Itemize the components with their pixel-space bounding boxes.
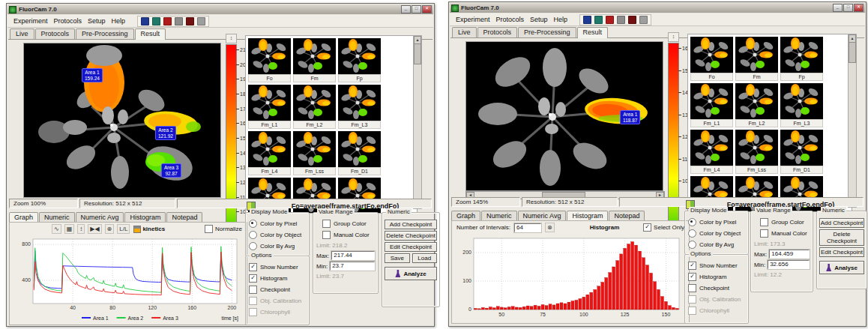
save-button[interactable]: Save (385, 253, 409, 263)
frame-thumbnail[interactable]: Fm_L2 (293, 85, 336, 129)
scale-settings-icon[interactable]: ↕ (668, 32, 679, 42)
table-icon[interactable]: ▦ (64, 224, 75, 234)
frame-thumbnail[interactable]: Fm_L3 (338, 85, 381, 129)
maximize-button[interactable]: □ (843, 4, 853, 12)
menu-experiment[interactable]: Experiment (453, 15, 493, 24)
intervals-input[interactable]: 64 (514, 223, 541, 232)
fit-vertical-icon[interactable]: ↕ (77, 224, 85, 234)
checkbox-histogram[interactable]: Histogram (685, 271, 748, 283)
result-tab-histogram[interactable]: Histogram (567, 211, 608, 221)
menu-help[interactable]: Help (109, 16, 129, 25)
menu-setup[interactable]: Setup (85, 16, 109, 25)
fluorescence-image[interactable] (23, 43, 221, 198)
close-button[interactable]: ✕ (854, 4, 864, 12)
toolbar-icon-4[interactable] (617, 16, 625, 24)
area-badge[interactable]: Area 392.87 (161, 163, 181, 178)
frame-thumbnail[interactable]: Fp (338, 38, 381, 82)
select-only-checkbox[interactable]: Select Only (643, 223, 684, 232)
add-checkpoint-button[interactable]: Add Checkpoint (385, 220, 437, 229)
toolbar-icon-6[interactable] (197, 17, 205, 25)
frame-thumbnail[interactable]: Fm_L2 (735, 83, 778, 127)
edit-checkpoint-button[interactable]: Edit Checkpoint (385, 242, 437, 252)
frame-thumbnail[interactable]: Fm_Lss (293, 131, 336, 175)
menu-help[interactable]: Help (551, 15, 571, 24)
minimize-button[interactable]: _ (833, 4, 843, 12)
scrollbar-thumb[interactable] (414, 43, 421, 64)
kinetics-label[interactable]: kinetics (142, 226, 165, 232)
frame-thumbnail[interactable]: Fo (248, 38, 291, 82)
toolbar-icon-5[interactable] (186, 17, 194, 25)
checkbox-group-color[interactable]: Group Color (313, 218, 378, 229)
curve-icon[interactable]: ∿ (52, 224, 61, 234)
scale-settings-icon[interactable]: ↕ (226, 34, 237, 43)
checkbox-checkpoint[interactable]: Checkpoint (685, 283, 748, 294)
result-tab-graph[interactable]: Graph (9, 212, 38, 223)
maximize-button[interactable]: □ (412, 5, 421, 13)
tab-protocols[interactable]: Protocols (35, 28, 76, 39)
result-tab-notepad[interactable]: Notepad (609, 211, 645, 220)
toolbar-icon-3[interactable] (163, 17, 172, 25)
frame-thumbnail[interactable]: Fm_L4 (690, 130, 733, 174)
linear-log-icon[interactable]: L/L (117, 224, 130, 234)
play-markers-icon[interactable]: ▶◀ (88, 224, 101, 234)
minimize-button[interactable]: _ (401, 5, 411, 13)
frame-thumbnail[interactable]: Fm_L3 (780, 83, 823, 127)
analyze-button[interactable]: Analyze (385, 267, 437, 280)
menu-protocols[interactable]: Protocols (493, 15, 528, 24)
menu-experiment[interactable]: Experiment (10, 16, 51, 25)
area-badge[interactable]: Area 1118.87 (620, 110, 640, 124)
frame-thumbnail[interactable]: Fo (690, 37, 733, 81)
title-bar[interactable]: FluorCam 7.0 _ □ ✕ (7, 4, 433, 14)
min-input[interactable]: 32.656 (768, 260, 810, 269)
title-bar[interactable]: FluorCam 7.0 _ □ ✕ (450, 3, 865, 13)
tab-result[interactable]: Result (577, 27, 609, 38)
checkbox-group-color[interactable]: Group Color (751, 217, 813, 228)
normalize-checkbox[interactable]: Normalize (205, 225, 242, 233)
result-tab-graph[interactable]: Graph (451, 211, 480, 220)
result-tab-numeric-avg[interactable]: Numeric Avg (518, 211, 567, 220)
scrollbar-thumb[interactable] (849, 42, 856, 63)
tab-pre-processing[interactable]: Pre-Processing (76, 28, 134, 39)
delete-checkpoint-button[interactable]: Delete Checkpoint (819, 229, 865, 246)
tab-pre-processing[interactable]: Pre-Processing (518, 27, 576, 37)
frame-thumbnail[interactable]: Fm_D1 (338, 131, 381, 175)
checkbox-show-number[interactable]: Show Number (685, 260, 748, 271)
close-button[interactable]: ✕ (422, 5, 432, 13)
frame-thumbnail[interactable]: Fm_D1 (780, 130, 823, 174)
result-tab-histogram[interactable]: Histogram (124, 212, 166, 222)
toolbar-icon-1[interactable] (141, 17, 149, 25)
checkbox-manual-color[interactable]: Manual Color (313, 229, 378, 241)
radio-color-by-avg[interactable]: Color By Avg (246, 241, 309, 252)
thumbnail-scrollbar[interactable]: ▲ ▼ (848, 34, 857, 208)
recalculate-icon[interactable]: ⊗ (545, 223, 555, 232)
radio-color-by-avg[interactable]: Color By Avg (685, 239, 748, 250)
tab-live[interactable]: Live (10, 28, 34, 39)
radio-color-by-object[interactable]: Color by Object (246, 229, 309, 241)
result-tab-numeric[interactable]: Numeric (481, 211, 517, 220)
tab-protocols[interactable]: Protocols (477, 27, 518, 37)
result-tab-notepad[interactable]: Notepad (166, 212, 202, 222)
checkbox-histogram[interactable]: Histogram (246, 273, 309, 284)
menu-protocols[interactable]: Protocols (51, 16, 85, 25)
tab-result[interactable]: Result (135, 28, 166, 40)
checkbox-checkpoint[interactable]: Checkpoint (246, 284, 309, 295)
area-badge[interactable]: Area 1159.24 (82, 68, 103, 82)
toolbar-icon-5[interactable] (628, 16, 636, 24)
toolbar-icon-2[interactable] (152, 17, 160, 25)
tab-live[interactable]: Live (452, 27, 477, 37)
toolbar-icon-2[interactable] (594, 16, 603, 24)
frame-thumbnail[interactable]: Fm (293, 38, 336, 82)
edit-checkpoint-button[interactable]: Edit Checkpoint (819, 247, 865, 257)
radio-color-by-object[interactable]: Color by Object (685, 228, 748, 239)
max-input[interactable]: 217.44 (331, 251, 375, 260)
thumbnail-scrollbar[interactable]: ▲ ▼ (413, 35, 422, 209)
frame-thumbnail[interactable]: Fm_L1 (248, 85, 291, 129)
max-input[interactable]: 164.459 (769, 250, 810, 259)
checkbox-show-number[interactable]: Show Number (246, 262, 309, 273)
toolbar-icon-4[interactable] (175, 17, 183, 25)
add-checkpoint-button[interactable]: Add Checkpoint (819, 218, 865, 228)
frame-thumbnail[interactable]: Fm_L1 (690, 83, 733, 127)
frame-thumbnail[interactable]: Fm_L4 (248, 131, 291, 175)
checkbox-manual-color[interactable]: Manual Color (751, 228, 813, 239)
frame-thumbnail[interactable]: Fp (780, 37, 823, 81)
